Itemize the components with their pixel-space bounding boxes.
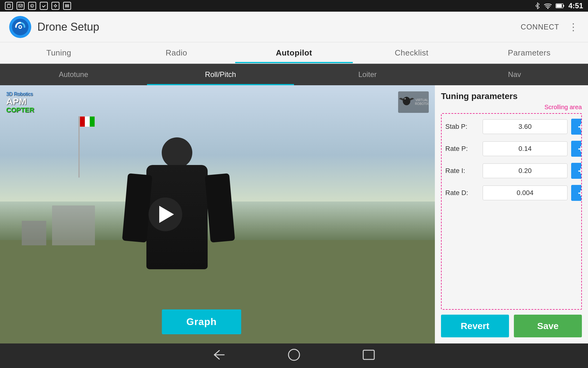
rate-i-input[interactable]: [483, 163, 567, 178]
param-row-rate-i: Rate I: + −: [445, 163, 578, 179]
logo-svg: [13, 20, 27, 34]
flag-pole: [78, 116, 80, 178]
svg-point-5: [55, 5, 56, 7]
play-triangle-icon: [159, 206, 174, 223]
bottom-nav: [0, 343, 588, 368]
svg-line-16: [536, 6, 537, 7]
apm-logo: 3D Robotics APM COPTER: [6, 91, 34, 114]
revert-button[interactable]: Revert: [441, 315, 509, 337]
barn-shape: [52, 205, 95, 245]
stab-p-input[interactable]: [483, 119, 567, 134]
tab-tuning[interactable]: Tuning: [0, 42, 118, 63]
svg-point-24: [403, 97, 410, 105]
scrolling-area-label: Scrolling area: [441, 104, 582, 111]
brand-logo: VIRTUALROBOTIX: [398, 91, 429, 113]
svg-rect-12: [67, 4, 67, 7]
video-area: 3D Robotics APM COPTER VIRTUALROBOTIX Gr…: [0, 85, 435, 343]
person-arm-right: [205, 173, 235, 243]
recent-apps-button[interactable]: [362, 349, 375, 363]
rate-d-input[interactable]: [483, 186, 567, 200]
back-button[interactable]: [213, 349, 226, 362]
scrolling-area: Stab P: + − Rate P: + − Rate I: + −: [441, 113, 582, 310]
tab-autopilot[interactable]: Autopilot: [235, 42, 353, 63]
person-head: [162, 137, 192, 168]
rate-p-plus-button[interactable]: +: [571, 141, 582, 157]
status-icons-left: A: [5, 2, 71, 10]
main-content: 3D Robotics APM COPTER VIRTUALROBOTIX Gr…: [0, 85, 588, 343]
status-right: 4:51: [535, 2, 583, 10]
rate-i-label: Rate I:: [445, 167, 479, 175]
param-row-rate-d: Rate D: + −: [445, 185, 578, 201]
stab-p-label: Stab P:: [445, 123, 479, 131]
recent-apps-icon: [362, 349, 375, 361]
svg-rect-29: [363, 350, 374, 359]
stab-p-plus-button[interactable]: +: [571, 119, 582, 135]
param-row-rate-p: Rate P: + −: [445, 141, 578, 157]
tab-radio[interactable]: Radio: [118, 42, 235, 63]
tuning-title: Tuning parameters: [441, 91, 582, 101]
graph-button[interactable]: Graph: [162, 309, 241, 334]
barcode-icon: [63, 2, 71, 10]
app-bar-right[interactable]: CONNECT ⋮: [521, 21, 579, 33]
rate-i-plus-button[interactable]: +: [571, 163, 582, 179]
tab-checklist[interactable]: Checklist: [353, 42, 470, 63]
app-bar: Drone Setup CONNECT ⋮: [0, 12, 588, 42]
app-bar-left: Drone Setup: [9, 16, 99, 38]
building-shape: [22, 221, 46, 245]
battery-icon: [556, 3, 565, 9]
svg-rect-14: [68, 4, 69, 7]
svg-rect-13: [68, 4, 68, 7]
svg-point-23: [19, 26, 21, 28]
copter-text: COPTER: [6, 106, 34, 114]
param-row-stab-p: Stab P: + −: [445, 119, 578, 135]
tab-parameters[interactable]: Parameters: [470, 42, 588, 63]
more-options-icon[interactable]: ⋮: [568, 21, 579, 33]
brand-text: VIRTUALROBOTIX: [415, 98, 429, 106]
home-circle-icon: [287, 348, 301, 362]
message-icon: [17, 2, 24, 10]
svg-point-26: [405, 98, 405, 99]
phone-icon: [5, 2, 13, 10]
flag: [80, 116, 95, 127]
svg-rect-20: [563, 5, 564, 7]
status-bar: A 4:51: [0, 0, 588, 12]
top-tabs: Tuning Radio Autopilot Checklist Paramet…: [0, 42, 588, 64]
rate-p-label: Rate P:: [445, 145, 479, 153]
back-arrow-icon: [213, 349, 226, 360]
home-button[interactable]: [287, 348, 301, 364]
right-panel: Tuning parameters Scrolling area Stab P:…: [435, 85, 588, 343]
eagle-icon: [398, 93, 415, 111]
wifi-icon: [544, 3, 552, 9]
subtab-nav[interactable]: Nav: [441, 64, 588, 85]
sub-tabs: Autotune Roll/Pitch Loiter Nav: [0, 64, 588, 85]
action-row: Revert Save: [441, 315, 582, 337]
android-icon: A: [28, 2, 36, 10]
svg-rect-10: [65, 4, 66, 7]
rate-d-label: Rate D:: [445, 189, 479, 197]
svg-line-15: [536, 4, 537, 6]
subtab-autotune[interactable]: Autotune: [0, 64, 147, 85]
bluetooth-icon: [535, 2, 540, 10]
app-logo-inner: [12, 19, 28, 35]
rate-p-input[interactable]: [483, 141, 567, 156]
time-display: 4:51: [568, 2, 583, 10]
check-icon: [40, 2, 48, 10]
play-button[interactable]: [149, 197, 182, 231]
svg-rect-2: [19, 4, 22, 7]
svg-point-17: [547, 8, 548, 9]
svg-text:A: A: [31, 5, 33, 7]
svg-rect-19: [556, 4, 562, 8]
subtab-loiter[interactable]: Loiter: [294, 64, 441, 85]
svg-rect-1: [8, 4, 9, 5]
video-background: [0, 85, 435, 343]
subtab-rollpitch[interactable]: Roll/Pitch: [147, 64, 294, 85]
rate-d-plus-button[interactable]: +: [571, 185, 582, 201]
save-button[interactable]: Save: [514, 315, 582, 337]
svg-rect-11: [66, 4, 66, 7]
app-logo: [9, 16, 31, 38]
settings-icon: [51, 2, 59, 10]
app-title: Drone Setup: [37, 21, 99, 33]
svg-point-28: [288, 349, 300, 360]
apm-text: APM: [6, 97, 34, 106]
connect-button[interactable]: CONNECT: [521, 23, 559, 31]
